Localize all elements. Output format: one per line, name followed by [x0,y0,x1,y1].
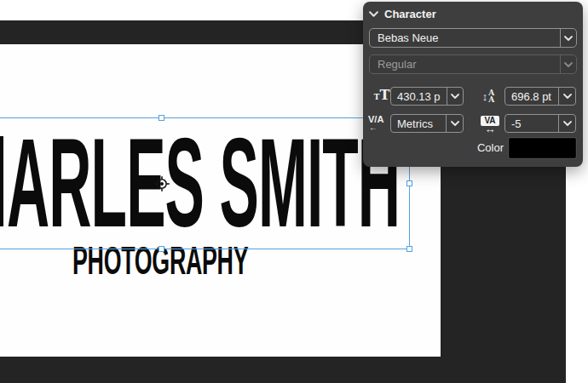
kerning-chevron-icon[interactable] [446,115,463,132]
leading-chevron-icon[interactable] [558,88,575,105]
tracking-chevron-icon[interactable] [558,115,575,132]
color-swatch[interactable] [509,138,576,158]
font-size-chevron-icon[interactable] [447,88,463,105]
font-family-chevron-icon[interactable] [560,29,576,47]
selection-handle-bottom-right[interactable] [406,246,412,252]
app-canvas-viewport: ARLES SMITH PHOTOGRAPHY Character Bebas … [0,0,588,383]
font-style-dropdown[interactable]: Regular [369,54,577,74]
character-panel: Character Bebas Neue Regular TT 430.13 p… [363,2,583,167]
tracking-icon: VA ↔ [479,114,501,134]
font-family-dropdown[interactable]: Bebas Neue [369,28,577,48]
font-size-field[interactable]: 430.13 p [390,87,464,106]
leading-field[interactable]: 696.8 pt [504,87,576,106]
font-size-icon: TT [372,87,392,106]
leading-icon: ↕ AA [476,86,500,106]
kerning-value: Metrics [391,117,446,130]
tracking-field[interactable]: -5 [504,114,576,133]
kerning-icon: V/A ← [368,112,390,134]
panel-collapse-chevron-icon[interactable] [369,11,378,17]
tracking-value: -5 [505,117,558,130]
selection-handle-top-center[interactable] [159,115,164,121]
kerning-field[interactable]: Metrics [390,114,464,133]
color-label: Color [464,141,504,154]
transform-reference-point-icon[interactable] [153,175,170,196]
panel-title: Character [384,8,436,20]
font-family-value: Bebas Neue [370,31,560,44]
selection-handle-right-middle[interactable] [406,180,412,186]
leading-value: 696.8 pt [505,90,558,103]
selection-bounding-box [0,117,410,249]
font-style-value: Regular [370,58,560,71]
font-size-value: 430.13 p [391,90,447,103]
font-style-chevron-icon [560,55,576,73]
selection-handle-bottom-center[interactable] [159,246,164,252]
character-panel-header: Character [369,8,436,20]
